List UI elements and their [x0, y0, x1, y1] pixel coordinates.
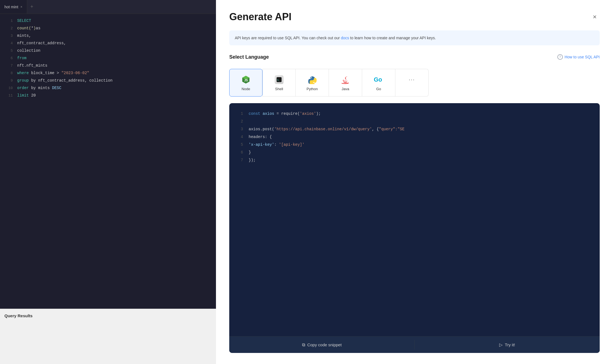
tab-close-btn[interactable]: × — [20, 5, 22, 9]
code-editor[interactable]: 1SELECT2count(*)as3mints,4nft_contract_a… — [0, 14, 216, 309]
how-to-sql-link[interactable]: ? How to use SQL API — [557, 54, 600, 60]
api-code-line: 4 headers: { — [229, 133, 600, 141]
go-icon: Go — [374, 75, 384, 85]
lang-tab-shell[interactable]: $_ Shell — [262, 69, 296, 97]
lang-tab-go[interactable]: Go Go — [362, 69, 395, 97]
copy-icon: ⧉ — [302, 342, 305, 347]
python-icon — [307, 75, 317, 85]
try-icon: ▷ — [499, 342, 503, 347]
lang-python-label: Python — [307, 87, 318, 91]
try-btn-label: Try it! — [505, 342, 515, 347]
how-to-link-text: How to use SQL API — [565, 55, 600, 59]
editor-panel: hot mint × + 1SELECT2count(*)as3mints,4n… — [0, 0, 216, 364]
tab-label: hot mint — [4, 5, 18, 9]
copy-code-btn[interactable]: ⧉ Copy code snippet — [229, 337, 414, 353]
info-text-after: to learn how to create and manage your A… — [349, 36, 436, 40]
help-icon: ? — [557, 54, 563, 60]
modal-close-btn[interactable]: × — [590, 12, 600, 22]
editor-line: 6from — [0, 54, 216, 62]
lang-tab-more[interactable]: ··· . — [395, 69, 429, 97]
copy-btn-label: Copy code snippet — [307, 342, 342, 347]
lang-node-label: Node — [241, 87, 250, 91]
docs-link[interactable]: docs — [341, 36, 349, 40]
modal-title: Generate API — [229, 11, 292, 23]
editor-line: 1SELECT — [0, 17, 216, 25]
more-icon: ··· — [407, 75, 417, 85]
lang-tab-node[interactable]: JS Node — [229, 69, 262, 97]
language-tabs: JS Node $_ — [229, 69, 557, 97]
editor-line: 2count(*)as — [0, 25, 216, 32]
editor-tab-hot-mint[interactable]: hot mint × — [0, 0, 27, 14]
editor-line: 3mints, — [0, 32, 216, 40]
lang-tab-python[interactable]: Python — [296, 69, 329, 97]
lang-tab-java[interactable]: Java — [329, 69, 362, 97]
modal-header: Generate API × — [229, 11, 600, 23]
api-code-line: 6 } — [229, 149, 600, 156]
api-code-line: 3axios.post('https://api.chainbase.onlin… — [229, 125, 600, 133]
info-banner: API keys are required to use SQL API. Yo… — [229, 30, 600, 45]
editor-line: 5collection — [0, 47, 216, 54]
lang-java-label: Java — [342, 87, 349, 91]
shell-icon: $_ — [274, 75, 284, 85]
editor-line: 10order by mints DESC — [0, 84, 216, 92]
java-icon — [341, 75, 351, 85]
svg-text:Go: Go — [374, 76, 382, 83]
api-code-line: 1const axios = require('axios'); — [229, 110, 600, 118]
tab-add-btn[interactable]: + — [27, 0, 37, 14]
query-results-title: Query Results — [4, 313, 212, 318]
svg-text:$_: $_ — [277, 79, 280, 81]
language-selector: Select Language JS Node — [229, 54, 600, 97]
api-code-line: 7}); — [229, 156, 600, 164]
tab-bar: hot mint × + — [0, 0, 216, 14]
editor-line: 4nft_contract_address, — [0, 40, 216, 47]
svg-text:JS: JS — [244, 79, 248, 82]
api-code-line: 5 'x-api-key': '[api-key]' — [229, 141, 600, 149]
lang-go-label: Go — [376, 87, 381, 91]
info-text-before: API keys are required to use SQL API. Yo… — [235, 36, 341, 40]
lang-shell-label: Shell — [275, 87, 283, 91]
editor-line: 7nft.nft_mints — [0, 62, 216, 69]
editor-line: 9group by nft_contract_address, collecti… — [0, 77, 216, 84]
select-language-label: Select Language — [229, 54, 557, 60]
node-icon: JS — [241, 75, 251, 85]
code-footer: ⧉ Copy code snippet ▷ Try it! — [229, 336, 600, 353]
query-results-panel: Query Results — [0, 309, 216, 364]
editor-line: 8where block_time > "2023-06-02" — [0, 69, 216, 77]
try-it-btn[interactable]: ▷ Try it! — [415, 337, 600, 353]
editor-line: 11limit 20 — [0, 92, 216, 99]
modal-panel: Generate API × API keys are required to … — [216, 0, 613, 364]
code-block: 1const axios = require('axios');23axios.… — [229, 103, 600, 353]
modal-overlay: Generate API × API keys are required to … — [216, 0, 613, 364]
api-code-content: 1const axios = require('axios');23axios.… — [229, 103, 600, 336]
api-code-line: 2 — [229, 118, 600, 125]
